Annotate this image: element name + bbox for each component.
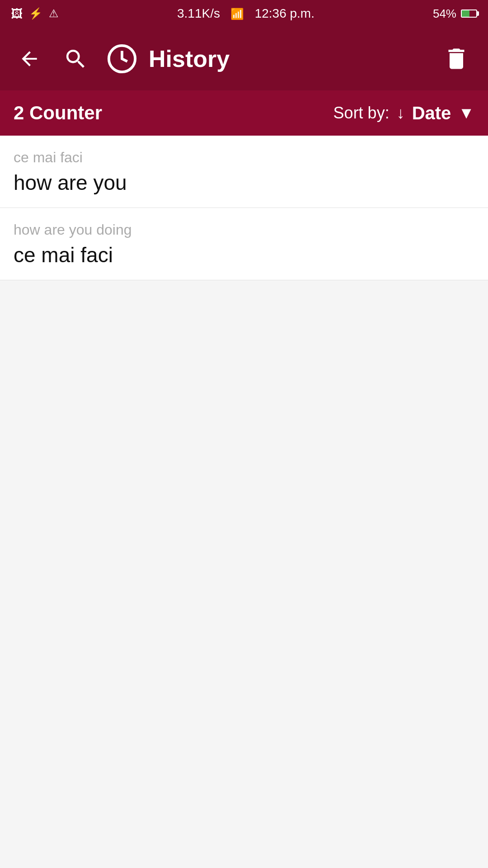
sort-area[interactable]: Sort by: ↓ Date ▼ xyxy=(333,103,474,123)
counter-label: 2 Counter xyxy=(14,102,333,124)
battery-icon xyxy=(461,9,477,18)
list-item-target: ce mai faci xyxy=(14,243,474,280)
sort-by-label: Sort by: xyxy=(333,104,389,123)
image-icon: 🖼 xyxy=(11,7,23,21)
status-right-icons: 54% xyxy=(433,7,477,21)
list-item-source: ce mai faci xyxy=(14,149,474,166)
search-button[interactable] xyxy=(59,42,93,76)
sort-direction-icon: ↓ xyxy=(397,104,405,123)
list-item[interactable]: how are you doing ce mai faci xyxy=(0,208,488,280)
app-bar-title-area: History xyxy=(106,43,425,75)
battery-percent: 54% xyxy=(433,7,456,21)
status-bar: 🖼 ⚡ ⚠ 3.11K/s 📶 12:36 p.m. 54% xyxy=(0,0,488,27)
page-title: History xyxy=(149,45,230,72)
status-left-icons: 🖼 ⚡ ⚠ xyxy=(11,7,59,21)
app-bar: History xyxy=(0,27,488,90)
list-item-target: how are you xyxy=(14,170,474,208)
subheader: 2 Counter Sort by: ↓ Date ▼ xyxy=(0,90,488,136)
clock-icon xyxy=(106,43,138,75)
content-area xyxy=(0,280,488,823)
dropdown-icon[interactable]: ▼ xyxy=(458,104,474,123)
usb-icon: ⚡ xyxy=(29,7,42,20)
time: 12:36 p.m. xyxy=(255,6,314,20)
status-time-speed: 3.11K/s 📶 12:36 p.m. xyxy=(177,6,314,21)
network-speed: 3.11K/s xyxy=(177,6,220,20)
network-icons: 📶 xyxy=(230,8,244,20)
warning-icon: ⚠ xyxy=(49,7,59,20)
list-item[interactable]: ce mai faci how are you xyxy=(0,136,488,208)
delete-button[interactable] xyxy=(438,41,474,77)
back-button[interactable] xyxy=(14,43,45,75)
sort-value: Date xyxy=(412,103,451,123)
list-item-source: how are you doing xyxy=(14,222,474,238)
history-list: ce mai faci how are you how are you doin… xyxy=(0,136,488,280)
